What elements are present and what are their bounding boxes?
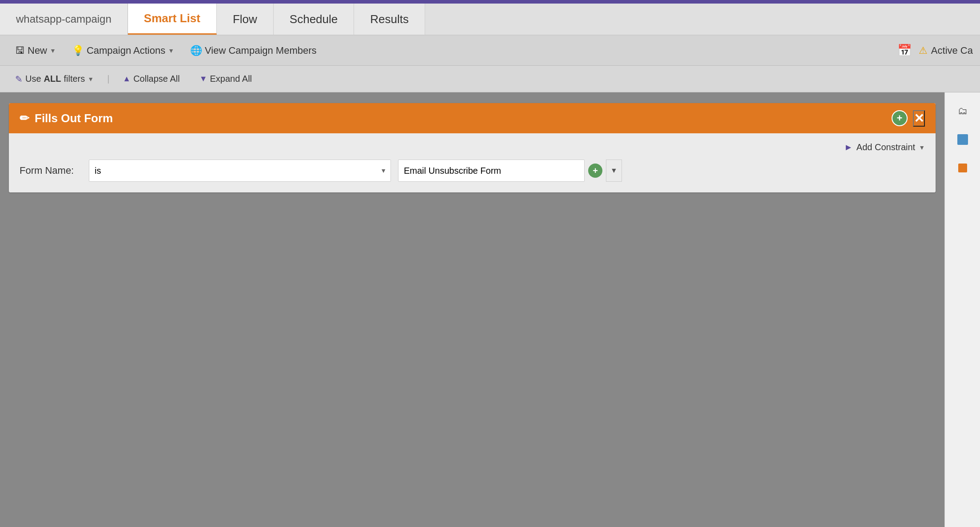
form-value-wrapper: Email Unsubscribe Form + ▼ (398, 160, 622, 182)
add-constraint-row: ► Add Constraint ▼ (20, 142, 925, 152)
active-label: Active Ca (931, 45, 973, 56)
tab-label: Schedule (290, 12, 338, 26)
add-constraint-label: Add Constraint (857, 142, 915, 152)
operator-select-wrapper: is (89, 160, 391, 182)
campaign-actions-icon: 💡 (72, 45, 84, 56)
collapse-all-button[interactable]: ▲ Collapse All (116, 71, 186, 87)
filter-icon: ✎ (15, 74, 23, 84)
campaign-actions-button[interactable]: 💡 Campaign Actions ▼ (64, 36, 182, 65)
use-label: Use (25, 74, 41, 84)
expand-label: Expand All (210, 74, 252, 84)
toolbar: 🖫 New ▼ 💡 Campaign Actions ▼ 🌐 View Camp… (0, 36, 980, 66)
tab-label: whatsapp-campaign (16, 13, 112, 25)
operator-select[interactable]: is (89, 160, 391, 182)
filter-bar: ✎ Use ALL filters ▼ | ▲ Collapse All ▼ E… (0, 66, 980, 92)
sidebar-icon-1[interactable]: 🗂 (951, 100, 974, 123)
add-constraint-button[interactable]: ► Add Constraint ▼ (844, 142, 925, 152)
collapse-icon: ▲ (123, 74, 131, 84)
form-name-row: Form Name: is Email Unsubscribe Form (20, 160, 925, 182)
filter-card-title: ✏ Fills Out Form (20, 112, 113, 125)
plus-icon: + (897, 112, 903, 124)
use-all-filters-button[interactable]: ✎ Use ALL filters ▼ (9, 71, 100, 87)
new-button[interactable]: 🖫 New ▼ (7, 36, 64, 65)
constraint-dropdown-icon: ▼ (919, 144, 925, 151)
dropdown-arrow-icon: ▼ (610, 167, 617, 175)
calendar-wrapper: 📅 (897, 44, 912, 57)
form-value-select[interactable]: Email Unsubscribe Form (398, 160, 585, 182)
tab-schedule[interactable]: Schedule (274, 4, 354, 35)
filter-card-actions: + ✕ (892, 110, 925, 127)
tab-label: Smart List (144, 12, 200, 25)
form-name-label: Form Name: (20, 165, 82, 176)
filter-card-body: ► Add Constraint ▼ Form Name: is (9, 133, 936, 192)
constraint-arrow-icon: ► (844, 142, 853, 152)
campaign-actions-dropdown-icon: ▼ (168, 47, 174, 54)
expand-icon: ▼ (199, 74, 207, 84)
sidebar-icon-symbol-3 (958, 164, 967, 172)
campaign-actions-label: Campaign Actions (87, 45, 165, 56)
tab-flow[interactable]: Flow (217, 4, 274, 35)
main-content: ✏ Fills Out Form + ✕ ► Add Constrain (0, 92, 980, 527)
toolbar-right: 📅 ⚠ Active Ca (897, 44, 973, 57)
expand-all-button[interactable]: ▼ Expand All (193, 71, 258, 87)
tab-label: Flow (233, 12, 257, 26)
active-warning-icon: ⚠ (919, 45, 928, 56)
plus-icon: + (593, 166, 598, 176)
tab-label: Results (370, 12, 409, 26)
sidebar-icon-3[interactable] (951, 156, 974, 180)
all-label: ALL (44, 74, 61, 84)
sidebar-icon-symbol-2 (957, 134, 968, 145)
collapse-label: Collapse All (133, 74, 180, 84)
filter-card-header: ✏ Fills Out Form + ✕ (9, 103, 936, 133)
pencil-icon: ✏ (20, 112, 29, 125)
tab-whatsapp-campaign[interactable]: whatsapp-campaign (0, 4, 128, 35)
new-icon: 🖫 (15, 45, 25, 56)
left-panel: ✏ Fills Out Form + ✕ ► Add Constrain (0, 92, 944, 527)
view-members-label: View Campaign Members (205, 45, 316, 56)
filter-dropdown-icon: ▼ (88, 76, 94, 83)
form-value-dropdown-button[interactable]: ▼ (606, 160, 622, 182)
sidebar-icon-symbol-1: 🗂 (958, 105, 968, 117)
filter-title-text: Fills Out Form (35, 112, 113, 125)
active-badge: ⚠ Active Ca (919, 45, 973, 56)
filter-close-button[interactable]: ✕ (913, 110, 925, 127)
filter-divider: | (107, 74, 109, 84)
sidebar-icon-2[interactable] (951, 128, 974, 151)
tab-bar: whatsapp-campaign Smart List Flow Schedu… (0, 4, 980, 36)
view-members-button[interactable]: 🌐 View Campaign Members (182, 36, 324, 65)
right-sidebar: 🗂 (944, 92, 980, 527)
new-label: New (28, 45, 47, 56)
top-purple-bar (0, 0, 980, 4)
view-members-icon: 🌐 (190, 45, 202, 56)
calendar-icon[interactable]: 📅 (897, 44, 912, 57)
tab-results[interactable]: Results (354, 4, 425, 35)
new-dropdown-icon: ▼ (50, 47, 56, 54)
fills-out-form-card: ✏ Fills Out Form + ✕ ► Add Constrain (9, 103, 936, 192)
close-icon: ✕ (914, 112, 924, 125)
form-value-add-button[interactable]: + (588, 164, 602, 178)
filters-label: filters (64, 74, 85, 84)
tab-smart-list[interactable]: Smart List (128, 4, 217, 35)
filter-add-button[interactable]: + (892, 110, 908, 126)
